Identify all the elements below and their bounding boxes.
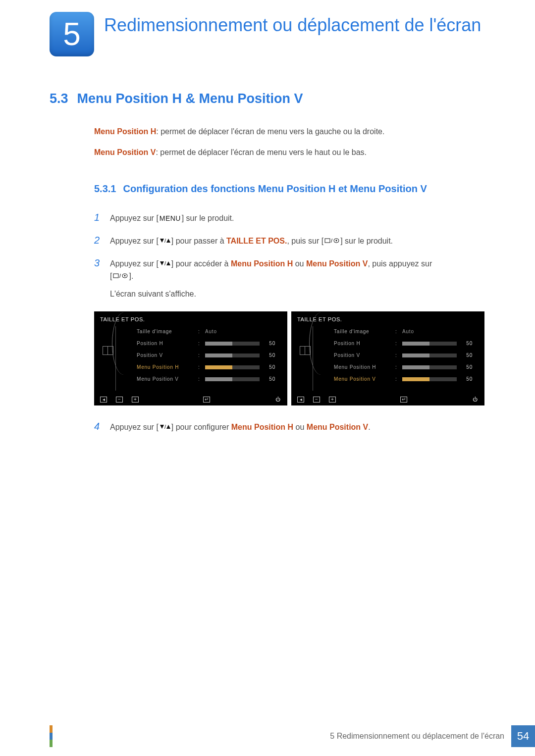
svg-text:/: /	[119, 273, 121, 279]
step-4: 4 Appuyez sur [/] pour configurer Menu P…	[94, 418, 495, 434]
svg-point-13	[124, 275, 126, 277]
osd-slider-bar	[402, 365, 457, 369]
svg-text:/: /	[164, 238, 166, 244]
osd-enter-icon: ↵	[203, 397, 210, 403]
chapter-title: Redimensionnement ou déplacement de l'éc…	[104, 12, 481, 36]
svg-marker-0	[160, 239, 164, 243]
step-text: Appuyez sur [	[110, 214, 159, 222]
chapter-header: 5 Redimensionnement ou déplacement de l'…	[50, 0, 495, 56]
osd-back-icon: ◂	[297, 397, 304, 403]
svg-marker-9	[166, 261, 170, 265]
step-number: 4	[94, 418, 102, 434]
step-text: ] pour accéder à	[171, 259, 231, 268]
osd-menu-item: Position V:50	[137, 351, 281, 360]
osd-menu-item: Menu Position H:50	[334, 363, 479, 372]
osd-item-label: Position V	[137, 353, 195, 358]
osd-menu-item: Position V:50	[334, 351, 479, 360]
osd-item-label: Menu Position V	[334, 376, 392, 382]
step-1: 1 Appuyez sur [MENU] sur le produit.	[94, 209, 495, 225]
down-up-key-icon: /	[159, 260, 171, 266]
osd-item-label: Menu Position H	[137, 364, 195, 370]
osd-plus-icon: +	[132, 397, 139, 403]
osd-item-label: Menu Position V	[137, 376, 195, 382]
footer-page-number: 54	[511, 725, 535, 747]
intro-v-label: Menu Position V	[94, 148, 156, 156]
osd-power-icon: ⏻	[274, 397, 281, 403]
osd-menu-item: Position H:50	[334, 339, 479, 348]
highlight: Menu Position V	[306, 259, 368, 268]
osd-menu-item: Menu Position H:50	[137, 363, 281, 372]
step-3: 3 Appuyez sur [/] pour accéder à Menu Po…	[94, 255, 495, 301]
osd-value: Auto	[402, 329, 427, 334]
osd-slider-bar	[402, 353, 457, 357]
down-up-key-icon: /	[159, 238, 171, 244]
footer-stripe	[50, 725, 53, 747]
osd-control-bar: ◂−+↵⏻	[94, 397, 287, 403]
step-number: 2	[94, 232, 102, 248]
section-number: 5.3	[50, 91, 68, 106]
section-heading: 5.3Menu Position H & Menu Position V	[50, 91, 495, 106]
highlight: TAILLE ET POS.	[226, 237, 287, 245]
osd-item-label: Position H	[334, 341, 392, 346]
svg-marker-16	[166, 425, 170, 429]
menu-key: MENU	[159, 213, 182, 224]
osd-value: 50	[460, 341, 473, 346]
osd-power-icon: ⏻	[472, 397, 479, 403]
step-text: .	[368, 423, 370, 431]
intro-v-line: Menu Position V: permet de déplacer l'éc…	[94, 147, 495, 158]
subsection-heading: 5.3.1Configuration des fonctions Menu Po…	[94, 183, 495, 195]
osd-item-label: Menu Position H	[334, 364, 392, 370]
svg-marker-7	[160, 261, 164, 265]
osd-minus-icon: −	[313, 397, 320, 403]
svg-marker-2	[166, 239, 170, 243]
svg-marker-14	[160, 425, 164, 429]
step-text: ] pour passer à	[171, 237, 226, 245]
osd-slider-bar	[402, 342, 457, 346]
osd-control-bar: ◂−+↵⏻	[291, 397, 484, 403]
osd-slider-bar	[402, 377, 457, 381]
step-number: 1	[94, 209, 102, 225]
svg-text:/: /	[164, 260, 166, 266]
osd-item-label: Position H	[137, 341, 195, 346]
osd-menu-item: Menu Position V:50	[137, 375, 281, 384]
step-text: ou	[293, 259, 306, 268]
osd-value: 50	[460, 376, 473, 382]
section-title-text: Menu Position H & Menu Position V	[77, 91, 303, 106]
step-text: ] sur le produit.	[340, 237, 393, 245]
step-text: ] pour configurer	[171, 423, 231, 431]
osd-panel-right: TAILLE ET POS.Taille d'image:AutoPositio…	[291, 311, 484, 405]
step-text: ] sur le produit.	[182, 214, 234, 222]
chapter-number-badge: 5	[50, 12, 94, 56]
intro-h-line: Menu Position H: permet de déplacer l'éc…	[94, 126, 495, 137]
osd-value: 50	[460, 353, 473, 358]
rect-enter-key-icon: /	[112, 273, 129, 279]
svg-text:/: /	[164, 424, 166, 430]
osd-panel-left: TAILLE ET POS.Taille d'image:AutoPositio…	[94, 311, 287, 405]
rect-enter-key-icon: /	[323, 238, 340, 244]
svg-point-6	[336, 240, 337, 241]
osd-item-label: Taille d'image	[334, 329, 392, 334]
osd-screenshots: TAILLE ET POS.Taille d'image:AutoPositio…	[94, 311, 495, 405]
down-up-key-icon: /	[159, 424, 171, 430]
osd-value: 50	[263, 341, 275, 346]
osd-slider-bar	[205, 353, 260, 357]
highlight: Menu Position H	[231, 259, 293, 268]
step-text: Appuyez sur [	[110, 423, 159, 431]
osd-menu-item: Taille d'image:Auto	[137, 327, 281, 336]
step-text: ].	[129, 272, 133, 280]
svg-rect-3	[325, 239, 330, 243]
step-text: Appuyez sur [	[110, 259, 159, 268]
intro-h-text: : permet de déplacer l'écran de menu ver…	[156, 127, 384, 136]
osd-menu-item: Menu Position V:50	[334, 375, 479, 384]
osd-slider-bar	[205, 377, 260, 381]
step-2: 2 Appuyez sur [/] pour passer à TAILLE E…	[94, 232, 495, 248]
highlight: Menu Position H	[231, 423, 293, 431]
steps-list-cont: 4 Appuyez sur [/] pour configurer Menu P…	[94, 418, 495, 434]
svg-text:/: /	[331, 238, 333, 244]
svg-rect-10	[113, 274, 118, 278]
step-text: Appuyez sur [	[110, 237, 159, 245]
osd-back-icon: ◂	[100, 397, 107, 403]
osd-slider-bar	[205, 342, 260, 346]
footer-label: 5 Redimensionnement ou déplacement de l'…	[323, 725, 511, 747]
subsection-title-text: Configuration des fonctions Menu Positio…	[123, 183, 427, 194]
